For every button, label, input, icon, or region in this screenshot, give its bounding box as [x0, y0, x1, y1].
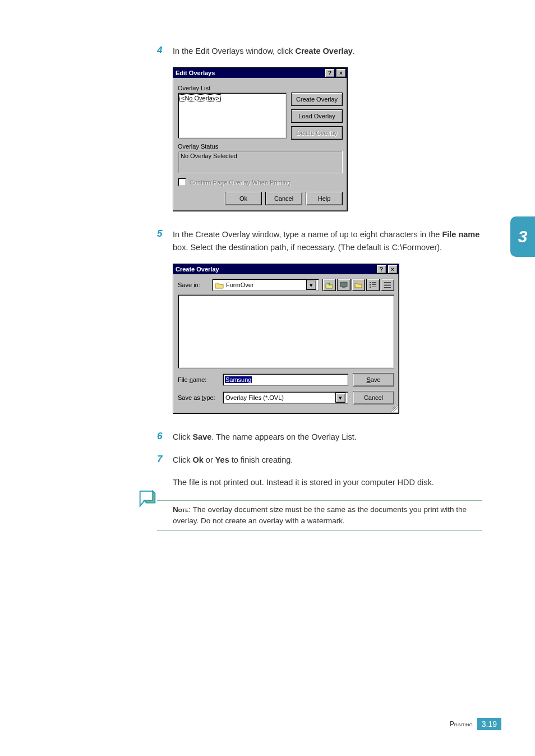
resize-grip-icon[interactable] [391, 405, 398, 412]
note-block: Note: The overlay document size must be … [157, 500, 482, 531]
overlay-list-label: Overlay List [178, 85, 343, 91]
tri-down: ▾ [310, 282, 313, 289]
delete-overlay-button[interactable]: Delete Overlay [291, 126, 343, 140]
edit-overlays-titlebar: Edit Overlays ? × [173, 68, 347, 78]
svg-rect-7 [372, 282, 376, 283]
svg-rect-0 [340, 282, 347, 287]
step-number-4: 4 [157, 45, 173, 56]
overlay-status-text: No Overlay Selected [181, 153, 237, 159]
step-5-text: In the Create Overlay window, type a nam… [173, 228, 482, 253]
save-as-type-label: Save as type: [178, 394, 218, 401]
note-body: : The overlay document size must be the … [173, 505, 467, 525]
overlay-status-label: Overlay Status [178, 143, 343, 150]
s6c: . The name appears on the Overlay List. [211, 432, 356, 441]
edit-overlays-dialog: Edit Overlays ? × Overlay List <No Overl… [173, 67, 348, 211]
overlay-status-box: No Overlay Selected [178, 151, 343, 173]
save-button[interactable]: Save [353, 373, 394, 386]
svg-rect-9 [372, 287, 376, 287]
details-view-icon[interactable] [381, 279, 394, 291]
s6a: Click [173, 432, 192, 441]
overlay-listbox[interactable]: <No Overlay> [178, 93, 287, 139]
file-name-label: File name: [178, 376, 218, 383]
footer-page: 3.19 [477, 718, 501, 730]
up-one-level-icon[interactable] [322, 279, 336, 291]
co-close-button[interactable]: × [388, 265, 398, 274]
svg-rect-5 [370, 284, 371, 285]
confirm-overlay-label: Confirm Page Overlay When Printing [190, 179, 290, 186]
step5-a: In the Create Overlay window, type a nam… [173, 230, 442, 239]
note-label: Note [173, 505, 188, 514]
svg-rect-12 [384, 285, 391, 286]
load-overlay-button[interactable]: Load Overlay [291, 109, 343, 123]
s6b: Save [192, 432, 211, 441]
s7b: Ok [192, 455, 203, 464]
chapter-tab: 3 [510, 216, 535, 257]
save-in-folder: FormOver [226, 282, 254, 288]
dropdown-arrow-icon[interactable]: ▾ [306, 280, 316, 290]
desktop-icon[interactable] [337, 279, 350, 291]
help-dialog-button[interactable]: Help [306, 192, 343, 205]
s7d: Yes [215, 455, 229, 464]
svg-rect-6 [370, 287, 371, 288]
svg-rect-8 [372, 284, 376, 285]
overlay-list-item[interactable]: <No Overlay> [179, 94, 221, 102]
create-overlay-dialog: Create Overlay ? × Save in: FormOver [173, 264, 399, 414]
file-list-area[interactable] [178, 294, 394, 368]
edit-overlays-title: Edit Overlays [174, 70, 324, 76]
create-overlay-button[interactable]: Create Overlay [291, 93, 343, 106]
co-help-button[interactable]: ? [376, 265, 386, 274]
step4-b: Create Overlay [295, 47, 352, 56]
save-as-type-value: Overlay Files (*.OVL) [225, 394, 284, 401]
ok-button[interactable]: Ok [225, 192, 262, 205]
file-name-value: Samsung [225, 376, 252, 383]
step-number-5: 5 [157, 228, 173, 239]
svg-rect-13 [384, 287, 391, 288]
step5-b: File name [442, 230, 479, 239]
step-7-text: Click Ok or Yes to finish creating. [173, 454, 293, 466]
type-dropdown-arrow-icon[interactable]: ▾ [335, 393, 345, 403]
note-hr-bottom [157, 530, 482, 531]
step4-a: In the Edit Overlays window, click [173, 47, 295, 56]
help-button[interactable]: ? [325, 68, 335, 77]
svg-rect-10 [384, 282, 391, 283]
step4-c: . [353, 47, 355, 56]
step-7-subtext: The file is not printed out. Instead it … [173, 476, 482, 488]
create-overlay-title: Create Overlay [174, 266, 375, 273]
new-folder-icon[interactable] [352, 279, 365, 291]
step5-c: box. Select the destination path, if nec… [173, 243, 442, 252]
svg-rect-11 [384, 284, 391, 284]
save-as-type-dropdown[interactable]: Overlay Files (*.OVL) ▾ [223, 391, 348, 404]
step-4-text: In the Edit Overlays window, click Creat… [173, 45, 355, 57]
page-footer: Printing 3.19 [450, 718, 501, 730]
svg-rect-1 [342, 287, 345, 288]
folder-icon [215, 282, 224, 289]
create-overlay-titlebar: Create Overlay ? × [173, 264, 399, 274]
confirm-overlay-checkbox[interactable] [178, 178, 186, 186]
list-view-icon[interactable] [366, 279, 380, 291]
save-in-dropdown[interactable]: FormOver ▾ [212, 279, 319, 291]
s7e: to finish creating. [229, 455, 293, 464]
step-number-7: 7 [157, 454, 173, 465]
svg-rect-4 [370, 282, 371, 283]
note-text: Note: The overlay document size must be … [157, 504, 482, 527]
close-button[interactable]: × [336, 68, 346, 77]
s7a: Click [173, 455, 192, 464]
step-6-text: Click Save. The name appears on the Over… [173, 431, 357, 443]
tri-down-2: ▾ [339, 394, 342, 402]
note-icon [137, 488, 158, 509]
footer-section: Printing [450, 720, 473, 728]
co-cancel-button[interactable]: Cancel [353, 391, 394, 404]
s7c: or [204, 455, 215, 464]
file-name-input[interactable]: Samsung [223, 374, 348, 386]
note-hr-top [157, 500, 482, 501]
save-in-label: Save in: [178, 282, 209, 288]
step-number-6: 6 [157, 431, 173, 442]
cancel-button[interactable]: Cancel [265, 192, 302, 205]
